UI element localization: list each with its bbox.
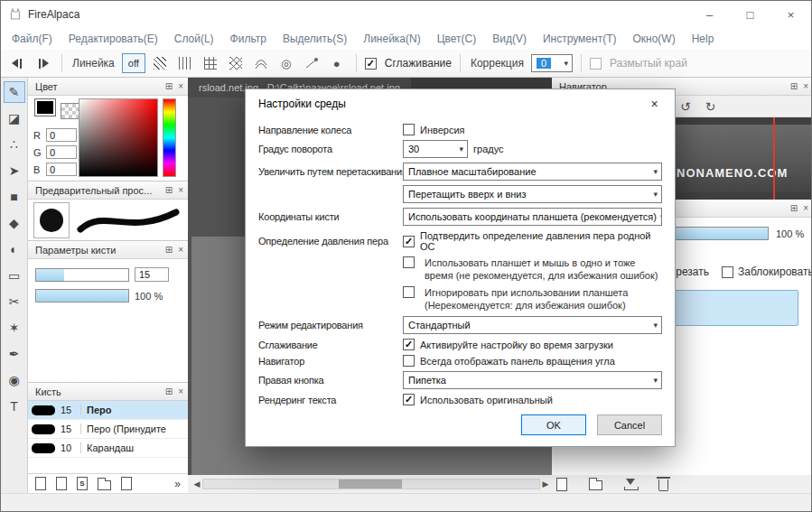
rotation-panel-checkbox[interactable] xyxy=(403,355,415,367)
menu-filter[interactable]: Фильтр xyxy=(230,33,266,45)
rotate-right-icon[interactable]: ↻ xyxy=(705,99,716,114)
import-layer-icon[interactable] xyxy=(624,478,637,490)
brush-coords-select[interactable]: Использовать координаты планшета (рекоме… xyxy=(403,208,662,226)
saturation-value-picker[interactable] xyxy=(79,98,158,177)
menu-ruler[interactable]: Линейка(N) xyxy=(363,33,420,45)
menu-tool[interactable]: Инструмент(T) xyxy=(543,33,617,45)
ruler-curve-button[interactable] xyxy=(250,53,272,73)
tool-eraser[interactable]: ◪ xyxy=(4,107,25,129)
duplicate-brush-icon[interactable] xyxy=(56,477,67,490)
correction-select[interactable]: 0 ▾ xyxy=(531,54,573,72)
menu-edit[interactable]: Редактировать(E) xyxy=(69,33,158,45)
scrollbar-thumb[interactable] xyxy=(339,479,402,489)
pressure-os-checkbox[interactable]: ✓ xyxy=(403,236,415,247)
menu-view[interactable]: Вид(V) xyxy=(492,33,527,45)
brush-size-input[interactable]: 15 xyxy=(135,267,169,282)
tool-text[interactable]: T xyxy=(4,396,25,417)
menu-color[interactable]: Цвет(C) xyxy=(437,33,477,45)
float-panel-icon[interactable]: ⊞ xyxy=(165,81,173,91)
tool-select[interactable]: ▭ xyxy=(4,265,25,286)
transparent-color-swatch[interactable] xyxy=(61,103,80,119)
ruler-vertical-button[interactable] xyxy=(174,53,196,73)
maximize-button[interactable]: □ xyxy=(730,1,770,28)
dialog-close-button[interactable]: × xyxy=(634,89,675,118)
red-input[interactable]: 0 xyxy=(46,128,77,142)
rotate-left-icon[interactable]: ↺ xyxy=(680,99,691,114)
new-layer-icon[interactable] xyxy=(556,478,567,491)
foreground-color-swatch[interactable] xyxy=(34,98,56,116)
tool-brush[interactable]: ✎ xyxy=(4,81,25,103)
brush-file-icon[interactable] xyxy=(121,477,132,490)
smoothing-load-checkbox[interactable]: ✓ xyxy=(403,339,415,350)
ruler-cross-button[interactable] xyxy=(225,53,247,73)
scrollbar-track[interactable] xyxy=(202,479,540,489)
brush-item[interactable]: 10 Карандаш xyxy=(28,439,188,458)
menu-layer[interactable]: Слой(L) xyxy=(174,33,214,45)
tool-gradient[interactable]: ◐ xyxy=(4,238,25,260)
brush-size-slider[interactable] xyxy=(35,268,129,282)
tool-shape[interactable]: ◆ xyxy=(4,212,25,234)
float-panel-icon[interactable]: ⊞ xyxy=(165,386,173,396)
ignore-tablet-checkbox[interactable] xyxy=(403,286,415,298)
tool-pen-nib[interactable]: ✒ xyxy=(4,343,25,365)
blur-edge-checkbox[interactable] xyxy=(590,58,602,70)
menu-help[interactable]: Help xyxy=(692,33,714,45)
text-render-checkbox[interactable]: ✓ xyxy=(403,394,415,405)
brush-item[interactable]: 15 Перо xyxy=(28,401,188,420)
ruler-perspective-button[interactable] xyxy=(301,53,322,73)
float-panel-icon[interactable]: ⊞ xyxy=(790,203,798,213)
history-forward-button[interactable] xyxy=(32,53,53,73)
tool-magic-wand[interactable]: ✶ xyxy=(4,317,25,339)
ruler-dot-button[interactable]: ● xyxy=(326,53,348,73)
layer-folder-icon[interactable] xyxy=(589,480,602,490)
green-input[interactable]: 0 xyxy=(46,145,77,159)
menu-window[interactable]: Окно(W) xyxy=(632,33,675,45)
menu-select[interactable]: Выделить(S) xyxy=(283,33,347,45)
rotation-degree-select[interactable]: 30 ▾ xyxy=(403,140,468,158)
tool-fill-rect[interactable]: ■ xyxy=(4,186,25,208)
ruler-off-button[interactable]: off xyxy=(122,53,145,73)
tool-move[interactable]: ➤ xyxy=(4,160,25,182)
ok-button[interactable]: OK xyxy=(521,414,586,435)
ruler-grid-button[interactable] xyxy=(200,53,221,73)
blue-input[interactable]: 0 xyxy=(46,163,77,176)
close-panel-icon[interactable]: × xyxy=(178,245,183,255)
brush-tip-preview[interactable] xyxy=(33,202,70,238)
brush-opacity-slider[interactable] xyxy=(35,289,129,303)
minimize-button[interactable]: – xyxy=(689,1,730,28)
close-panel-icon[interactable]: × xyxy=(803,203,808,213)
brush-item[interactable]: 15 Перо (Принудите xyxy=(28,420,188,439)
history-back-button[interactable] xyxy=(6,53,28,73)
float-panel-icon[interactable]: ⊞ xyxy=(165,185,173,195)
close-panel-icon[interactable]: × xyxy=(803,81,808,91)
menu-file[interactable]: Файл(F) xyxy=(12,33,52,45)
ruler-parallel-button[interactable] xyxy=(149,53,171,73)
smoothing-checkbox[interactable]: ✓ xyxy=(365,58,377,70)
float-panel-icon[interactable]: ⊞ xyxy=(790,81,798,91)
more-brushes-icon[interactable]: » xyxy=(174,478,181,490)
scroll-right-icon[interactable]: ▶ xyxy=(540,479,551,489)
close-panel-icon[interactable]: × xyxy=(178,185,183,195)
inversion-checkbox[interactable] xyxy=(403,124,415,135)
close-panel-icon[interactable]: × xyxy=(178,386,183,396)
add-brush-icon[interactable] xyxy=(35,477,46,490)
horizontal-scrollbar[interactable]: ◀ ▶ xyxy=(191,478,551,490)
tool-lasso[interactable]: ✂ xyxy=(4,291,25,312)
zoom-drag-select[interactable]: Плавное масштабирование ▾ xyxy=(403,163,662,181)
close-panel-icon[interactable]: × xyxy=(178,81,183,91)
float-panel-icon[interactable]: ⊞ xyxy=(165,245,173,255)
drag-direction-select[interactable]: Перетащить вверх и вниз ▾ xyxy=(403,185,662,203)
cancel-button[interactable]: Cancel xyxy=(597,414,662,435)
scroll-left-icon[interactable]: ◀ xyxy=(191,479,202,489)
delete-layer-icon[interactable] xyxy=(658,479,668,491)
close-button[interactable]: × xyxy=(770,1,811,28)
ruler-ellipse-button[interactable]: ◎ xyxy=(275,53,297,73)
script-brush-icon[interactable]: S xyxy=(77,477,88,490)
tool-smudge[interactable]: ∴ xyxy=(4,134,25,155)
tablet-mouse-checkbox[interactable] xyxy=(403,256,415,268)
edit-mode-select[interactable]: Стандартный ▾ xyxy=(403,316,662,334)
lock-checkbox[interactable] xyxy=(722,266,733,278)
brush-folder-icon[interactable] xyxy=(98,480,111,490)
hue-slider[interactable] xyxy=(163,98,176,177)
right-click-select[interactable]: Пипетка ▾ xyxy=(403,371,662,389)
